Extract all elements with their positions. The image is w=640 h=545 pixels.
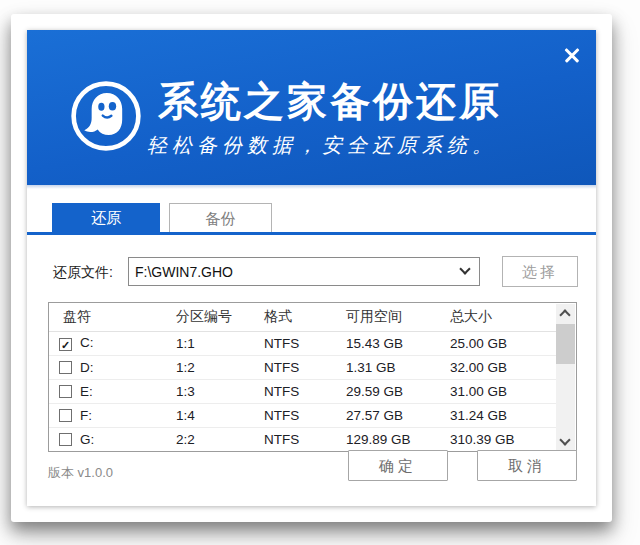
drive-label: D: (80, 360, 94, 375)
free-space-cell: 129.89 GB (346, 427, 450, 451)
restore-file-input[interactable] (129, 258, 451, 285)
total-size-cell: 32.00 GB (450, 355, 556, 379)
drive-label: F: (80, 408, 92, 423)
header-banner: 系统之家备份还原 轻松备份数据，安全还原系统。 (27, 30, 596, 185)
total-size-cell: 31.24 GB (450, 403, 556, 427)
partition-cell: 2:2 (176, 427, 264, 451)
format-cell: NTFS (264, 331, 346, 355)
row-checkbox[interactable] (59, 385, 72, 398)
table-row[interactable]: ✓C:1:1NTFS15.43 GB25.00 GB (49, 331, 556, 355)
free-space-cell: 15.43 GB (346, 331, 450, 355)
version-label: 版本 v1.0.0 (48, 464, 113, 482)
col-total: 总大小 (450, 303, 556, 331)
total-size-cell: 310.39 GB (450, 427, 556, 451)
banner-shadow (27, 185, 596, 189)
col-format: 格式 (264, 303, 346, 331)
col-free: 可用空间 (346, 303, 450, 331)
drive-label: G: (80, 432, 94, 447)
row-checkbox[interactable] (59, 361, 72, 374)
partition-cell: 1:2 (176, 355, 264, 379)
col-partition: 分区编号 (176, 303, 264, 331)
ghost-icon (69, 79, 143, 153)
free-space-cell: 1.31 GB (346, 355, 450, 379)
restore-file-combobox[interactable] (128, 257, 480, 286)
tab-restore[interactable]: 还原 (52, 203, 160, 232)
partition-cell: 1:1 (176, 331, 264, 355)
scrollbar-thumb[interactable] (556, 324, 575, 364)
cancel-button[interactable]: 取消 (477, 450, 577, 481)
app-window: 系统之家备份还原 轻松备份数据，安全还原系统。 还原 备份 还原文件: 选择 盘… (11, 14, 612, 522)
free-space-cell: 27.57 GB (346, 403, 450, 427)
vertical-scrollbar[interactable] (556, 304, 575, 450)
format-cell: NTFS (264, 355, 346, 379)
partition-table: 盘符 分区编号 格式 可用空间 总大小 ✓C:1:1NTFS15.43 GB25… (48, 302, 577, 452)
scroll-down-icon[interactable] (556, 433, 575, 450)
drive-label: C: (80, 335, 94, 350)
close-icon[interactable] (557, 40, 587, 70)
col-drive: 盘符 (49, 303, 176, 331)
content-panel: 系统之家备份还原 轻松备份数据，安全还原系统。 还原 备份 还原文件: 选择 盘… (27, 30, 596, 506)
format-cell: NTFS (264, 403, 346, 427)
row-checkbox[interactable] (59, 433, 72, 446)
scroll-up-icon[interactable] (556, 304, 575, 321)
ok-button[interactable]: 确定 (348, 450, 448, 481)
total-size-cell: 25.00 GB (450, 331, 556, 355)
row-checkbox[interactable] (59, 409, 72, 422)
table-header: 盘符 分区编号 格式 可用空间 总大小 (49, 303, 556, 331)
app-title: 系统之家备份还原 (158, 74, 502, 129)
format-cell: NTFS (264, 379, 346, 403)
select-file-button[interactable]: 选择 (502, 256, 578, 287)
restore-file-label: 还原文件: (53, 264, 113, 282)
drive-label: E: (80, 384, 93, 399)
app-subtitle: 轻松备份数据，安全还原系统。 (147, 132, 497, 159)
total-size-cell: 31.00 GB (450, 379, 556, 403)
partition-cell: 1:4 (176, 403, 264, 427)
tab-underline (27, 232, 596, 235)
free-space-cell: 29.59 GB (346, 379, 450, 403)
tab-backup[interactable]: 备份 (169, 203, 272, 232)
partition-cell: 1:3 (176, 379, 264, 403)
chevron-down-icon[interactable] (453, 258, 479, 285)
table-row[interactable]: F:1:4NTFS27.57 GB31.24 GB (49, 403, 556, 427)
table-row[interactable]: E:1:3NTFS29.59 GB31.00 GB (49, 379, 556, 403)
partition-table-body: ✓C:1:1NTFS15.43 GB25.00 GBD:1:2NTFS1.31 … (49, 331, 556, 451)
row-checkbox[interactable]: ✓ (59, 338, 72, 351)
table-row[interactable]: D:1:2NTFS1.31 GB32.00 GB (49, 355, 556, 379)
table-row[interactable]: G:2:2NTFS129.89 GB310.39 GB (49, 427, 556, 451)
format-cell: NTFS (264, 427, 346, 451)
restore-file-row: 还原文件: 选择 (27, 257, 596, 287)
